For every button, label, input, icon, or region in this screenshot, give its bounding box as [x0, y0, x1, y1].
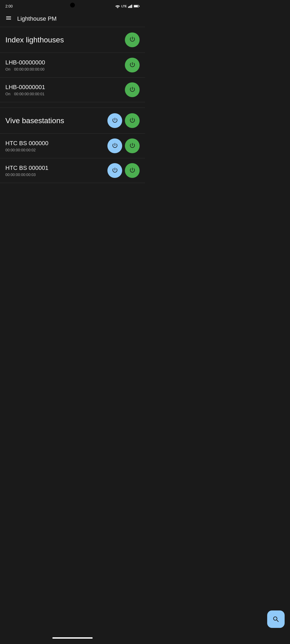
- basestation-status-0: 00:00:00:00:00:02: [5, 148, 107, 152]
- basestation-address-0: 00:00:00:00:00:02: [5, 148, 36, 152]
- basestation-address-1: 00:00:00:00:00:03: [5, 173, 36, 177]
- svg-rect-5: [134, 5, 138, 7]
- lighthouse-info-0: LHB-00000000 On 00:00:00:00:00:00: [5, 59, 125, 71]
- lighthouse-name-0: LHB-00000000: [5, 59, 125, 66]
- basestation-1-buttons: [107, 163, 140, 178]
- signal-icon: [128, 4, 132, 8]
- svg-rect-3: [131, 5, 132, 8]
- lighthouse-address-1: 00:00:00:00:00:01: [14, 92, 45, 96]
- menu-icon[interactable]: [5, 15, 12, 23]
- app-title: Lighthouse PM: [17, 15, 57, 22]
- lighthouse-power-button-0[interactable]: [125, 58, 140, 72]
- basestation-power-button-0-2[interactable]: [125, 138, 140, 153]
- basestation-item-1: HTC BS 000001 00:00:00:00:00:03: [0, 158, 145, 183]
- lighthouse-info-1: LHB-00000001 On 00:00:00:00:00:01: [5, 84, 125, 96]
- basestation-info-0: HTC BS 000000 00:00:00:00:00:02: [5, 140, 107, 152]
- basestation-power-button-1-1[interactable]: [107, 163, 122, 178]
- vive-section: Vive basestations: [0, 108, 145, 133]
- vive-power-icon-1: [112, 117, 118, 124]
- lighthouse-status-label-1: On: [5, 92, 10, 96]
- index-lighthouses-section: Index lighthouses: [0, 27, 145, 53]
- spacer-1: [0, 102, 145, 108]
- app-bar: Lighthouse PM: [0, 11, 145, 27]
- lighthouse-address-0: 00:00:00:00:00:00: [14, 67, 45, 71]
- svg-rect-2: [130, 5, 131, 8]
- lighthouse-status-0: On 00:00:00:00:00:00: [5, 67, 125, 71]
- index-lighthouses-buttons: [125, 32, 140, 47]
- bs-power-icon-0-2: [129, 142, 136, 149]
- power-icon: [129, 36, 136, 44]
- status-bar: 2:00 LTE: [0, 0, 145, 11]
- basestation-power-button-0-1[interactable]: [107, 138, 122, 153]
- basestation-info-1: HTC BS 000001 00:00:00:00:00:03: [5, 164, 107, 177]
- vive-power-button-2[interactable]: [125, 113, 140, 128]
- lighthouse-power-button-1[interactable]: [125, 82, 140, 97]
- lighthouse-name-1: LHB-00000001: [5, 84, 125, 91]
- lighthouse-item-1: LHB-00000001 On 00:00:00:00:00:01: [0, 78, 145, 102]
- lighthouse-item-0: LHB-00000000 On 00:00:00:00:00:00: [0, 53, 145, 77]
- lighthouse-status-1: On 00:00:00:00:00:01: [5, 92, 125, 96]
- svg-rect-0: [128, 6, 129, 8]
- vive-section-buttons: [107, 113, 140, 128]
- basestation-item-0: HTC BS 000000 00:00:00:00:00:02: [0, 134, 145, 158]
- wifi-icon: [115, 4, 120, 8]
- power-icon-0: [129, 61, 136, 69]
- bs-power-icon-1-1: [112, 167, 118, 174]
- power-icon-1: [129, 86, 136, 93]
- basestation-0-buttons: [107, 138, 140, 153]
- index-lighthouses-title: Index lighthouses: [5, 36, 125, 44]
- status-time: 2:00: [5, 4, 13, 8]
- basestation-power-button-1-2[interactable]: [125, 163, 140, 178]
- svg-rect-6: [139, 6, 140, 6]
- vive-power-icon-2: [129, 117, 136, 124]
- vive-section-title: Vive basestations: [5, 116, 107, 125]
- basestation-name-0: HTC BS 000000: [5, 140, 107, 147]
- vive-power-button-1[interactable]: [107, 113, 122, 128]
- lighthouse-status-label-0: On: [5, 67, 10, 71]
- empty-space: [0, 183, 145, 317]
- lte-icon: LTE: [121, 5, 127, 8]
- battery-icon: [134, 5, 140, 8]
- basestation-status-1: 00:00:00:00:00:03: [5, 173, 107, 177]
- camera-cutout: [70, 3, 75, 8]
- bs-power-icon-0-1: [112, 142, 118, 149]
- index-power-button[interactable]: [125, 32, 140, 47]
- bs-power-icon-1-2: [129, 167, 136, 174]
- status-icons: LTE: [115, 4, 140, 8]
- svg-rect-1: [129, 6, 130, 8]
- basestation-name-1: HTC BS 000001: [5, 164, 107, 171]
